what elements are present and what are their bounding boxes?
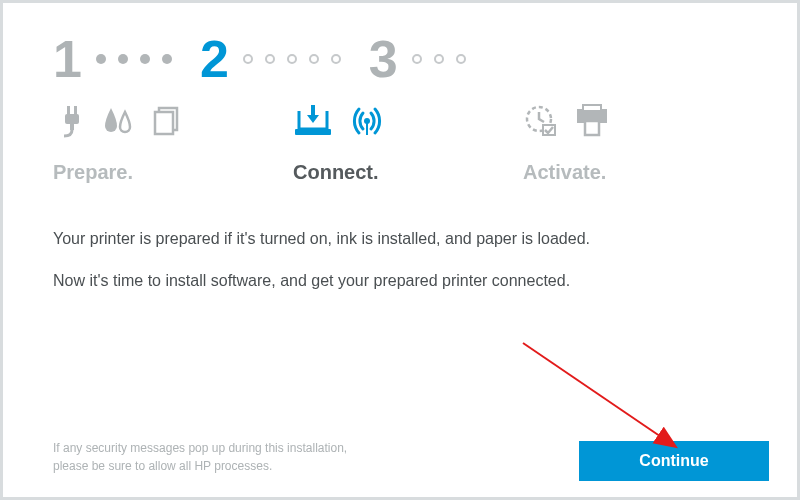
svg-marker-7: [307, 115, 319, 123]
step-1-dots: [96, 54, 172, 64]
footnote-line-1: If any security messages pop up during t…: [53, 440, 347, 457]
info-line-1: Your printer is prepared if it's turned …: [53, 228, 757, 250]
step-1-number: 1: [53, 33, 82, 85]
step-2-number: 2: [200, 33, 229, 85]
footnote-line-2: please be sure to allow all HP processes…: [53, 458, 347, 475]
prepare-icons: [53, 103, 293, 143]
info-line-2: Now it's time to install software, and g…: [53, 270, 757, 292]
step-3-number: 3: [369, 33, 398, 85]
step-1-label: Prepare.: [53, 161, 293, 184]
connect-icons: [293, 103, 523, 143]
svg-rect-9: [366, 121, 368, 135]
progress-steps: 1 2 3: [53, 33, 757, 85]
svg-rect-1: [74, 106, 77, 114]
step-2-label: Connect.: [293, 161, 523, 184]
svg-rect-3: [70, 124, 74, 130]
svg-rect-2: [65, 114, 79, 124]
svg-rect-14: [585, 121, 599, 135]
svg-rect-13: [583, 105, 601, 111]
plug-icon: [53, 104, 87, 142]
step-labels: Prepare. Connect. Activate.: [53, 161, 757, 184]
continue-button[interactable]: Continue: [579, 441, 769, 481]
security-footnote: If any security messages pop up during t…: [53, 440, 347, 475]
svg-line-16: [523, 343, 673, 445]
svg-rect-0: [67, 106, 70, 114]
wireless-icon: [347, 103, 387, 143]
info-text: Your printer is prepared if it's turned …: [53, 228, 757, 293]
printer-icon: [573, 103, 611, 143]
ink-drop-icon: [101, 104, 135, 142]
activate-icons: [523, 103, 723, 143]
svg-rect-4: [155, 112, 173, 134]
step-icons-row: [53, 103, 757, 143]
step-3-label: Activate.: [523, 161, 723, 184]
paper-copy-icon: [149, 104, 183, 142]
step-2-dots: [243, 54, 341, 64]
clock-check-icon: [523, 103, 559, 143]
step-3-dots: [412, 54, 466, 64]
download-device-icon: [293, 103, 333, 143]
svg-rect-5: [295, 129, 331, 135]
